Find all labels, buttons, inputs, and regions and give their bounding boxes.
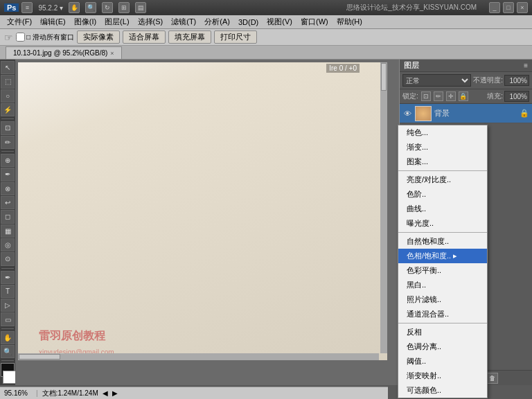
blur-tool[interactable]: ◎ — [1, 238, 15, 251]
ctx-vibrance[interactable]: 自然饱和度.. — [398, 234, 487, 249]
titlebar: Ps ≡ 95.2.2 ▾ ✋ 🔍 ↻ ⊞ ▤ 思络设计论坛_技术分享_KISS… — [0, 0, 532, 15]
rotate-icon[interactable]: ↻ — [102, 2, 113, 13]
menu-window[interactable]: 窗口(W) — [296, 16, 332, 28]
status-arrow-left[interactable]: ◀ — [103, 389, 108, 397]
left-toolbar: ↖ ⬚ ○ ⚡ ⊡ ✏ ⊕ ✒ ⊗ ↩ ◻ ▦ ◎ ⊙ ✒ T ▷ ▭ ✋ 🔍 — [0, 60, 15, 385]
hand-tool[interactable]: ✋ — [1, 331, 15, 344]
menu-help[interactable]: 帮助(H) — [332, 16, 366, 28]
ctx-gradient-map[interactable]: 渐变映射.. — [398, 369, 487, 383]
blend-mode-select[interactable]: 正常 — [402, 74, 471, 87]
ctx-photo-filter[interactable]: 照片滤镜.. — [398, 292, 487, 307]
clone-stamp-tool[interactable]: ⊗ — [1, 182, 15, 195]
document-tab[interactable]: 10.13-01.jpg @ 95.2%(RGB/8) × — [6, 46, 122, 59]
photo-content — [18, 62, 387, 360]
panel-menu-icon[interactable]: ≡ — [524, 62, 528, 69]
brush-tool[interactable]: ✒ — [1, 168, 15, 181]
move-tool[interactable]: ↖ — [1, 61, 15, 74]
ctx-invert[interactable]: 反相 — [398, 325, 487, 339]
lasso-tool[interactable]: ○ — [1, 89, 15, 103]
zoom-tool-icon[interactable]: 🔍 — [85, 2, 96, 13]
ctx-levels[interactable]: 色阶.. — [398, 187, 487, 202]
tab-label: 10.13-01.jpg @ 95.2%(RGB/8) — [13, 49, 107, 57]
actual-pixels-btn[interactable]: 实际像素 — [77, 30, 120, 44]
v-scrollbar[interactable] — [380, 62, 387, 353]
status-file-info: 文档:1.24M/1.24M — [42, 389, 98, 398]
layer-visibility-eye[interactable]: 👁 — [402, 109, 412, 118]
tab-close-btn[interactable]: × — [110, 50, 114, 57]
menu-file[interactable]: 文件(F) — [3, 16, 36, 28]
pen-tool[interactable]: ✒ — [1, 271, 15, 284]
menu-icon[interactable]: ≡ — [21, 2, 33, 13]
all-windows-checkbox[interactable]: □ 滑动所有窗口 — [16, 33, 74, 42]
opacity-label: 不透明度: — [473, 76, 503, 85]
ctx-channel-mixer[interactable]: 通道混合器.. — [398, 307, 487, 321]
ctx-color-balance[interactable]: 色彩平衡.. — [398, 263, 487, 278]
ctx-posterize[interactable]: 色调分离.. — [398, 339, 487, 354]
maximize-btn[interactable]: □ — [503, 2, 514, 13]
shape-tool[interactable]: ▭ — [1, 312, 15, 326]
lock-transparent-btn[interactable]: ⊡ — [421, 91, 431, 101]
ctx-curves[interactable]: 曲线.. — [398, 202, 487, 216]
eyedropper-tool[interactable]: ✏ — [1, 136, 15, 149]
lock-pixels-btn[interactable]: ✏ — [434, 91, 443, 101]
menu-analyze[interactable]: 分析(A) — [200, 16, 234, 28]
menu-image[interactable]: 图像(I) — [70, 16, 100, 28]
eraser-tool[interactable]: ◻ — [1, 210, 15, 223]
close-btn[interactable]: × — [517, 2, 528, 13]
zoom-tool[interactable]: 🔍 — [1, 345, 15, 358]
menu-layer[interactable]: 图层(L) — [100, 16, 133, 28]
healing-brush-tool[interactable]: ⊕ — [1, 154, 15, 167]
print-size-btn[interactable]: 打印尺寸 — [214, 30, 257, 44]
minimize-btn[interactable]: _ — [489, 2, 500, 13]
ctx-solid-color[interactable]: 纯色... — [398, 125, 487, 140]
menu-3d[interactable]: 3D(D) — [234, 17, 263, 27]
ctx-gradient[interactable]: 渐变... — [398, 140, 487, 154]
lock-controls-row: 锁定: ⊡ ✏ ✛ 🔒 填充: 100% — [400, 89, 532, 104]
window-controls[interactable]: _ □ × — [489, 2, 528, 13]
zoom-field[interactable]: 95.2.2 ▾ — [38, 4, 63, 12]
text-tool[interactable]: T — [1, 285, 15, 298]
ctx-selective-color[interactable]: 可选颜色.. — [398, 383, 487, 398]
magic-wand-tool[interactable]: ⚡ — [1, 103, 15, 116]
h-scrollbar[interactable] — [18, 353, 379, 360]
layout-icon[interactable]: ▤ — [135, 2, 146, 13]
dodge-tool[interactable]: ⊙ — [1, 252, 15, 265]
fill-screen-btn[interactable]: 填充屏幕 — [168, 30, 211, 44]
v-scrollbar-thumb[interactable] — [381, 63, 387, 91]
background-color[interactable] — [3, 371, 17, 384]
ctx-brightness-contrast[interactable]: 亮度/对比度.. — [398, 172, 487, 187]
ctx-exposure[interactable]: 曝光度.. — [398, 216, 487, 231]
ctx-threshold[interactable]: 阈值.. — [398, 354, 487, 369]
ctx-sep-3 — [398, 323, 487, 323]
tool-icon: ☞ — [4, 32, 13, 43]
status-arrow-right[interactable]: ▶ — [112, 389, 118, 397]
h-scrollbar-thumb[interactable] — [19, 354, 60, 360]
layer-item-background[interactable]: 👁 背景 🔒 — [400, 104, 532, 123]
lock-position-btn[interactable]: ✛ — [446, 91, 456, 101]
menu-view[interactable]: 视图(V) — [263, 16, 296, 28]
crop-tool[interactable]: ⊡ — [1, 121, 15, 134]
opacity-value[interactable]: 100% — [504, 75, 529, 86]
ctx-black-white[interactable]: 黑白.. — [398, 278, 487, 292]
layer-thumb-image — [416, 107, 431, 121]
grid-icon[interactable]: ⊞ — [118, 2, 130, 13]
tool-separator-5 — [1, 360, 14, 361]
tool-separator-1 — [1, 118, 14, 119]
gradient-tool[interactable]: ▦ — [1, 224, 15, 238]
fill-value[interactable]: 100% — [504, 91, 529, 102]
canvas-image: 雷羽原创教程 xinyudesign@gmail.com Ire 0 / +0 — [18, 62, 387, 360]
all-windows-input[interactable] — [16, 33, 25, 42]
ctx-pattern[interactable]: 图案... — [398, 154, 487, 169]
path-select-tool[interactable]: ▷ — [1, 299, 15, 312]
lock-all-btn[interactable]: 🔒 — [459, 91, 468, 101]
tool-separator-2 — [1, 151, 14, 152]
titlebar-controls[interactable]: ≡ 95.2.2 ▾ ✋ 🔍 ↻ ⊞ ▤ — [21, 2, 146, 13]
history-brush-tool[interactable]: ↩ — [1, 196, 15, 209]
menu-select[interactable]: 选择(S) — [134, 16, 168, 28]
menu-edit[interactable]: 编辑(E) — [36, 16, 70, 28]
ctx-hue-saturation[interactable]: 色相/饱和度.. ▸ — [398, 249, 487, 263]
hand-tool-icon[interactable]: ✋ — [69, 2, 80, 13]
marquee-tool[interactable]: ⬚ — [1, 75, 15, 88]
fit-screen-btn[interactable]: 适合屏幕 — [123, 30, 166, 44]
menu-filter[interactable]: 滤镜(T) — [167, 16, 200, 28]
